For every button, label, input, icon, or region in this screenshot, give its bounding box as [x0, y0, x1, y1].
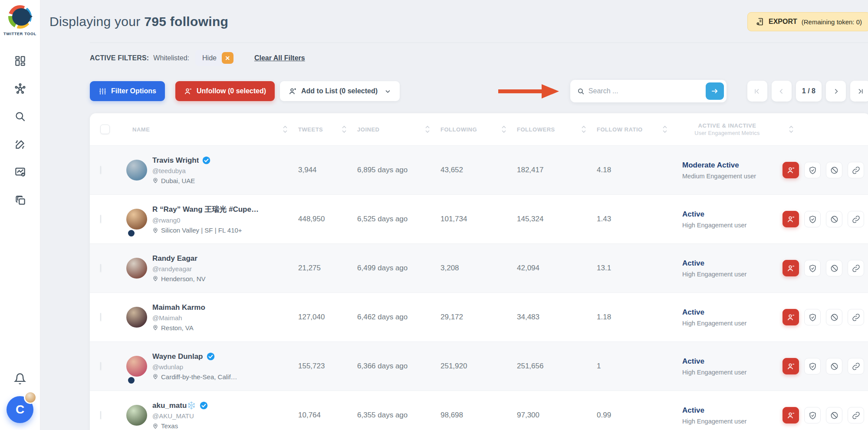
- remove-filter-icon[interactable]: ✕: [222, 52, 233, 64]
- col-label-active-inactive: ACTIVE & INACTIVE: [694, 122, 760, 129]
- unfollow-user-button[interactable]: [783, 358, 799, 374]
- profile-link-button[interactable]: [848, 162, 864, 178]
- table-row: Wayne Dunlap @wdunlap Cardiff-by-the-Sea…: [90, 341, 868, 391]
- sort-icon: [283, 125, 288, 134]
- last-page-icon: [857, 88, 864, 95]
- following-cell: 29,172: [434, 313, 511, 322]
- unfollow-user-button[interactable]: [783, 211, 799, 227]
- block-user-button[interactable]: [826, 211, 842, 227]
- search-icon: [577, 88, 585, 95]
- prev-page-button[interactable]: [772, 81, 792, 102]
- copy-pages-icon[interactable]: [14, 194, 26, 206]
- profile-link-button[interactable]: [848, 211, 864, 227]
- link-icon: [852, 264, 860, 272]
- profile-link-button[interactable]: [848, 260, 864, 276]
- whitelist-shield-button[interactable]: [804, 358, 821, 374]
- block-icon: [830, 411, 838, 420]
- avatar: [126, 258, 147, 279]
- col-header-name[interactable]: NAME: [118, 125, 292, 134]
- col-header-tweets[interactable]: TWEETS: [292, 125, 351, 134]
- row-actions: [783, 407, 868, 423]
- col-header-joined[interactable]: JOINED: [351, 125, 434, 134]
- unfollow-user-button[interactable]: [783, 162, 799, 178]
- row-checkbox[interactable]: [100, 362, 101, 370]
- following-cell: 251,920: [434, 362, 511, 371]
- export-button[interactable]: EXPORT (Remaining token: 0): [747, 12, 868, 31]
- pagination: 1 / 8: [747, 81, 868, 102]
- user-location: Texas: [152, 422, 208, 430]
- first-page-button[interactable]: [747, 81, 767, 102]
- block-user-button[interactable]: [826, 407, 842, 423]
- analytics-icon[interactable]: [14, 166, 26, 178]
- select-all-checkbox[interactable]: [100, 125, 110, 134]
- user-minus-icon: [184, 87, 192, 95]
- last-page-button[interactable]: [850, 81, 868, 102]
- profile-link-button[interactable]: [848, 358, 864, 374]
- compose-icon[interactable]: [14, 138, 26, 150]
- search-nav-icon[interactable]: [14, 111, 26, 122]
- block-user-button[interactable]: [826, 358, 842, 374]
- network-icon[interactable]: [14, 83, 26, 95]
- row-checkbox[interactable]: [100, 166, 101, 174]
- link-icon: [852, 411, 860, 420]
- chat-agent-avatar: [24, 391, 37, 404]
- user-location: Reston, VA: [152, 324, 205, 332]
- table-body: Travis Wright @teedubya Dubai, UAE 3,944…: [90, 145, 868, 430]
- user-plus-icon: [289, 87, 297, 95]
- row-checkbox[interactable]: [100, 215, 101, 223]
- block-user-button[interactable]: [826, 260, 842, 276]
- add-to-list-label: Add to List (0 selected): [301, 87, 378, 95]
- engagement-status-cell: Active High Engagement user: [672, 357, 783, 376]
- col-label-name: NAME: [132, 126, 150, 133]
- profile-link-button[interactable]: [848, 309, 864, 325]
- filter-chip-value: Hide: [202, 54, 217, 62]
- whitelist-shield-button[interactable]: [804, 309, 821, 325]
- joined-cell: 6,895 days ago: [351, 166, 434, 174]
- follow-ratio-cell: 1.18: [591, 313, 672, 322]
- unfollow-selected-button[interactable]: Unfollow (0 selected): [175, 81, 275, 101]
- engagement-status-sub: High Engagement user: [682, 320, 783, 327]
- row-checkbox[interactable]: [100, 264, 101, 272]
- profile-link-button[interactable]: [848, 407, 864, 423]
- col-header-follow-ratio[interactable]: FOLLOW RATIO: [591, 125, 672, 134]
- search-submit-button[interactable]: [706, 82, 724, 100]
- chat-widget-button[interactable]: C: [7, 396, 33, 423]
- first-page-icon: [753, 88, 761, 95]
- row-checkbox[interactable]: [100, 411, 101, 419]
- verified-badge-icon: [200, 401, 208, 410]
- main-content: Displaying your 795 following EXPORT (Re…: [40, 0, 868, 430]
- row-checkbox[interactable]: [100, 313, 101, 321]
- user-location-text: Cardiff-by-the-Sea, Calif…: [161, 373, 237, 381]
- whitelist-shield-button[interactable]: [804, 407, 821, 423]
- unfollow-user-button[interactable]: [783, 407, 799, 423]
- location-pin-icon: [152, 276, 158, 282]
- next-page-button[interactable]: [826, 81, 846, 102]
- sort-icon: [425, 125, 430, 134]
- engagement-status: Moderate Active: [682, 161, 783, 170]
- unfollow-user-button[interactable]: [783, 309, 799, 325]
- filter-options-button[interactable]: Filter Options: [90, 81, 165, 101]
- clear-all-filters-link[interactable]: Clear All Filters: [254, 54, 305, 62]
- dashboard-icon[interactable]: [14, 55, 26, 67]
- add-to-list-button[interactable]: Add to List (0 selected): [280, 81, 400, 101]
- search-input[interactable]: [589, 87, 706, 95]
- user-name: Wayne Dunlap: [152, 352, 203, 361]
- block-icon: [830, 362, 838, 371]
- whitelist-shield-button[interactable]: [804, 260, 821, 276]
- user-handle: @teedubya: [152, 167, 210, 174]
- joined-cell: 6,462 days ago: [351, 313, 434, 322]
- col-header-followers[interactable]: FOLLOWERS: [511, 125, 591, 134]
- block-user-button[interactable]: [826, 309, 842, 325]
- notifications-bell-icon[interactable]: [14, 373, 26, 385]
- unfollow-user-button[interactable]: [783, 260, 799, 276]
- whitelist-shield-button[interactable]: [804, 162, 821, 178]
- chevron-down-icon: [385, 88, 391, 95]
- location-pin-icon: [152, 227, 158, 233]
- engagement-status-cell: Active High Engagement user: [672, 406, 783, 425]
- block-user-button[interactable]: [826, 162, 842, 178]
- block-icon: [830, 215, 838, 223]
- col-header-following[interactable]: FOLLOWING: [434, 125, 511, 134]
- page-title-count: 795 following: [144, 14, 228, 29]
- col-header-active-inactive[interactable]: ACTIVE & INACTIVE User Engagement Metric…: [672, 122, 783, 136]
- whitelist-shield-button[interactable]: [804, 211, 821, 227]
